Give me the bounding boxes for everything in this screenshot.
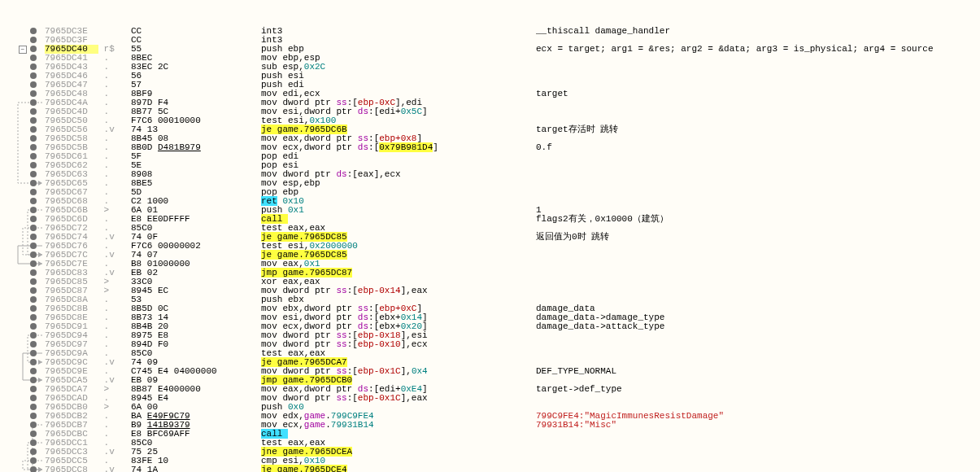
breakpoint-dot[interactable]: [30, 269, 37, 276]
gutter[interactable]: [0, 322, 45, 331]
bytes-cell[interactable]: 5F: [131, 152, 261, 161]
breakpoint-dot[interactable]: [30, 90, 37, 97]
breakpoint-dot[interactable]: [30, 216, 37, 222]
breakpoint-dot[interactable]: [30, 46, 37, 52]
address-cell[interactable]: 7965DCC8: [45, 465, 98, 472]
gutter[interactable]: [0, 251, 45, 260]
breakpoint-dot[interactable]: [30, 153, 37, 160]
gutter[interactable]: [0, 242, 45, 251]
gutter[interactable]: [0, 465, 45, 472]
mnemonic-cell[interactable]: mov ecx,game.79931B14: [261, 421, 536, 430]
gutter[interactable]: [0, 161, 45, 170]
gutter[interactable]: [0, 269, 45, 278]
gutter[interactable]: [0, 81, 45, 90]
comment-cell[interactable]: 0.f: [536, 143, 552, 152]
breakpoint-dot[interactable]: [30, 341, 37, 347]
gutter[interactable]: [0, 421, 45, 430]
gutter[interactable]: [0, 125, 45, 134]
bytes-cell[interactable]: 56: [131, 72, 261, 81]
comment-cell[interactable]: ecx = target; arg1 = &res; arg2 = &data;…: [536, 45, 933, 54]
breakpoint-dot[interactable]: [30, 404, 37, 410]
mnemonic-cell[interactable]: push 0x1: [261, 206, 536, 215]
disasm-row[interactable]: 7965DCC8 .v74 1Aje game.7965DCE4: [0, 465, 980, 472]
comment-cell[interactable]: 返回值为0时 跳转: [536, 233, 609, 242]
gutter[interactable]: [0, 331, 45, 340]
breakpoint-dot[interactable]: [30, 314, 37, 321]
bytes-cell[interactable]: 8B0D D481B979: [131, 143, 261, 152]
disasm-row[interactable]: 7965DC61 .5Fpop edi: [0, 152, 980, 161]
gutter[interactable]: [0, 206, 45, 215]
mnemonic-cell[interactable]: mov esp,ebp: [261, 179, 536, 188]
bytes-cell[interactable]: CC: [131, 36, 261, 45]
breakpoint-dot[interactable]: [30, 430, 37, 437]
breakpoint-dot[interactable]: [30, 395, 37, 401]
gutter[interactable]: −: [0, 45, 45, 54]
breakpoint-dot[interactable]: [30, 377, 37, 383]
gutter[interactable]: [0, 233, 45, 242]
comment-cell[interactable]: target: [536, 90, 568, 98]
breakpoint-dot[interactable]: [30, 198, 37, 204]
bytes-cell[interactable]: 8BE5: [131, 179, 261, 188]
breakpoint-dot[interactable]: [30, 135, 37, 142]
comment-cell[interactable]: target存活时 跳转: [536, 125, 618, 134]
mnemonic-cell[interactable]: je game.7965DCE4: [261, 465, 536, 472]
breakpoint-dot[interactable]: [30, 108, 37, 115]
gutter[interactable]: [0, 295, 45, 304]
comment-cell[interactable]: flags2有关，0x10000（建筑）: [536, 215, 669, 224]
breakpoint-dot[interactable]: [30, 278, 37, 285]
disasm-row[interactable]: 7965DC46 .56push esi: [0, 72, 980, 81]
gutter[interactable]: [0, 36, 45, 45]
breakpoint-dot[interactable]: [30, 332, 37, 339]
comment-cell[interactable]: damage_data->attack_type: [536, 322, 664, 331]
breakpoint-dot[interactable]: [30, 72, 37, 79]
gutter[interactable]: [0, 260, 45, 269]
disasm-row[interactable]: 7965DC3E CCint3: [0, 27, 980, 36]
breakpoint-dot[interactable]: [30, 37, 37, 43]
gutter[interactable]: [0, 224, 45, 233]
gutter[interactable]: [0, 98, 45, 107]
gutter[interactable]: [0, 197, 45, 206]
breakpoint-dot[interactable]: [30, 457, 37, 464]
breakpoint-dot[interactable]: [30, 28, 37, 34]
breakpoint-dot[interactable]: [30, 126, 37, 133]
breakpoint-dot[interactable]: [30, 81, 37, 88]
disasm-row[interactable]: 7965DC87 >8945 ECmov dword ptr ss:[ebp-0…: [0, 286, 980, 295]
breakpoint-dot[interactable]: [30, 207, 37, 213]
breakpoint-dot[interactable]: [30, 422, 37, 428]
mnemonic-cell[interactable]: mov ecx,dword ptr ds:[0x79B981D4]: [261, 143, 536, 152]
breakpoint-dot[interactable]: [30, 305, 37, 312]
breakpoint-dot[interactable]: [30, 189, 37, 195]
breakpoint-dot[interactable]: [30, 368, 37, 374]
breakpoint-dot[interactable]: [30, 99, 37, 106]
gutter[interactable]: [0, 358, 45, 367]
gutter[interactable]: [0, 376, 45, 385]
gutter[interactable]: [0, 313, 45, 322]
breakpoint-dot[interactable]: [30, 234, 37, 240]
bytes-cell[interactable]: 74 1A: [131, 465, 261, 472]
disasm-row[interactable]: 7965DC65 .8BE5mov esp,ebp: [0, 179, 980, 188]
comment-cell[interactable]: 79931B14:"Misc": [536, 421, 616, 430]
gutter[interactable]: [0, 188, 45, 197]
gutter[interactable]: [0, 170, 45, 179]
gutter[interactable]: [0, 143, 45, 152]
breakpoint-dot[interactable]: [30, 287, 37, 294]
mnemonic-cell[interactable]: int3: [261, 27, 536, 36]
bytes-cell[interactable]: 8945 EC: [131, 286, 261, 295]
gutter[interactable]: [0, 349, 45, 358]
disassembly-view[interactable]: 7965DC3E CCint37965DC3F CCint3−7965DC40 …: [0, 0, 980, 472]
breakpoint-dot[interactable]: [30, 350, 37, 356]
gutter[interactable]: [0, 385, 45, 394]
comment-cell[interactable]: DEF_TYPE_NORMAL: [536, 367, 616, 376]
gutter[interactable]: [0, 430, 45, 439]
bytes-cell[interactable]: CC: [131, 27, 261, 36]
gutter[interactable]: [0, 286, 45, 295]
breakpoint-dot[interactable]: [30, 466, 37, 472]
breakpoint-dot[interactable]: [30, 117, 37, 124]
gutter[interactable]: [0, 412, 45, 421]
gutter[interactable]: [0, 107, 45, 116]
disasm-row[interactable]: 7965DC5B .8B0D D481B979mov ecx,dword ptr…: [0, 143, 980, 152]
gutter[interactable]: [0, 278, 45, 286]
breakpoint-dot[interactable]: [30, 162, 37, 168]
breakpoint-dot[interactable]: [30, 243, 37, 249]
breakpoint-dot[interactable]: [30, 359, 37, 365]
